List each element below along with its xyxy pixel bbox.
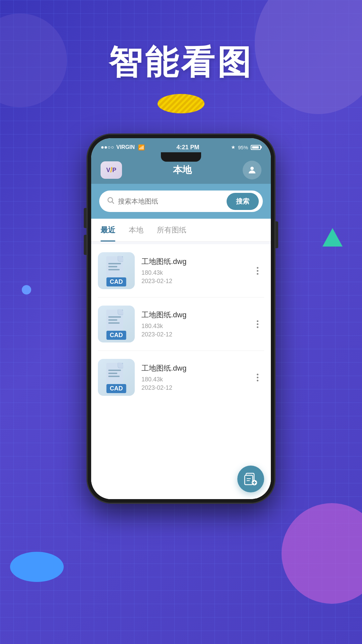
file-thumbnail: CAD: [98, 306, 135, 342]
vip-text2: P: [112, 167, 116, 174]
cad-badge: CAD: [107, 384, 126, 393]
status-right: ★ 95%: [231, 144, 261, 150]
file-item[interactable]: CAD 工地图纸.dwg 180.43k 2023-02-12: [98, 351, 264, 404]
file-size: 180.43k: [141, 376, 244, 383]
bg-triangle: [322, 228, 343, 247]
bluetooth-icon: ★: [231, 144, 235, 150]
status-time: 4:21 PM: [177, 144, 199, 151]
file-doc-icon: [106, 363, 126, 386]
file-size: 180.43k: [141, 323, 244, 330]
doc-line: [108, 376, 120, 377]
volume-up-button: [84, 208, 86, 228]
search-input[interactable]: [118, 198, 227, 205]
tab-local[interactable]: 本地: [129, 219, 143, 241]
status-left: VIRGIN 📶: [101, 144, 145, 151]
doc-line: [108, 263, 121, 264]
main-title: 智能看图: [109, 40, 253, 86]
doc-line: [108, 322, 120, 324]
file-menu-button[interactable]: [251, 264, 264, 277]
file-date: 2023-02-12: [141, 278, 244, 285]
wifi-icon: 📶: [138, 144, 145, 151]
doc-line: [108, 316, 121, 318]
svg-rect-4: [245, 475, 253, 485]
search-section: 搜索: [91, 184, 271, 219]
search-bar: 搜索: [99, 191, 263, 212]
cad-badge: CAD: [107, 331, 126, 340]
tab-all[interactable]: 所有图纸: [157, 219, 186, 241]
carrier-name: VIRGIN: [116, 144, 135, 150]
file-menu-button[interactable]: [251, 317, 264, 331]
notch: [161, 152, 201, 162]
doc-line: [108, 373, 117, 374]
signal-dot-1: [101, 146, 104, 149]
vip-text: V: [106, 167, 110, 174]
power-button: [276, 221, 278, 248]
more-icon: [257, 320, 258, 328]
battery-indicator: [251, 145, 261, 150]
bg-blob-bottom-left: [10, 552, 64, 582]
volume-down-button: [84, 235, 86, 255]
user-profile-button[interactable]: [243, 161, 261, 179]
phone-mockup: VIRGIN 📶 4:21 PM ★ 95%: [87, 134, 275, 503]
file-date: 2023-02-12: [141, 384, 244, 391]
header-title: 本地: [173, 164, 192, 176]
file-thumbnail: CAD: [98, 252, 135, 289]
signal-dots: [101, 146, 114, 149]
search-icon: [103, 196, 118, 207]
more-icon: [257, 374, 258, 381]
cad-badge: CAD: [107, 277, 126, 286]
file-item[interactable]: CAD 工地图纸.dwg 180.43k 2023-02-12: [98, 244, 264, 298]
signal-dot-4: [111, 146, 114, 149]
file-info: 工地图纸.dwg 180.43k 2023-02-12: [141, 257, 244, 285]
file-item[interactable]: CAD 工地图纸.dwg 180.43k 2023-02-12: [98, 298, 264, 351]
golden-oval-decoration: [158, 94, 204, 113]
file-menu-button[interactable]: [251, 371, 264, 384]
phone-screen: VIRGIN 📶 4:21 PM ★ 95%: [91, 138, 271, 499]
svg-point-1: [108, 198, 113, 202]
search-button[interactable]: 搜索: [227, 193, 259, 210]
tab-recent[interactable]: 最近: [101, 219, 115, 241]
fab-area: [91, 459, 271, 499]
signal-dot-3: [108, 146, 110, 149]
file-list: CAD 工地图纸.dwg 180.43k 2023-02-12: [91, 244, 271, 459]
title-section: 智能看图: [0, 40, 362, 113]
battery-fill: [252, 146, 259, 149]
doc-line: [108, 266, 117, 267]
signal-dot-2: [105, 146, 107, 149]
file-doc-icon: [106, 256, 126, 280]
file-size: 180.43k: [141, 269, 244, 276]
vip-badge[interactable]: V / P: [101, 161, 122, 179]
doc-line: [108, 319, 117, 321]
doc-line: [108, 370, 121, 371]
file-date: 2023-02-12: [141, 331, 244, 338]
file-info: 工地图纸.dwg 180.43k 2023-02-12: [141, 310, 244, 338]
file-name: 工地图纸.dwg: [141, 310, 244, 320]
file-info: 工地图纸.dwg 180.43k 2023-02-12: [141, 363, 244, 391]
battery-icon: [251, 145, 261, 150]
tab-bar: 最近 本地 所有图纸: [91, 219, 271, 241]
file-doc-icon: [106, 310, 126, 333]
file-name: 工地图纸.dwg: [141, 257, 244, 267]
battery-percent: 95%: [238, 145, 248, 150]
file-name: 工地图纸.dwg: [141, 363, 244, 373]
svg-line-2: [112, 202, 114, 204]
more-icon: [257, 267, 258, 275]
svg-point-0: [250, 167, 254, 170]
doc-line: [108, 269, 120, 270]
bg-dot-left: [22, 285, 31, 294]
file-thumbnail: CAD: [98, 359, 135, 396]
add-file-icon: [244, 472, 258, 486]
content-area: CAD 工地图纸.dwg 180.43k 2023-02-12: [91, 241, 271, 499]
phone-outer: VIRGIN 📶 4:21 PM ★ 95%: [87, 134, 275, 503]
add-file-button[interactable]: [237, 466, 264, 492]
